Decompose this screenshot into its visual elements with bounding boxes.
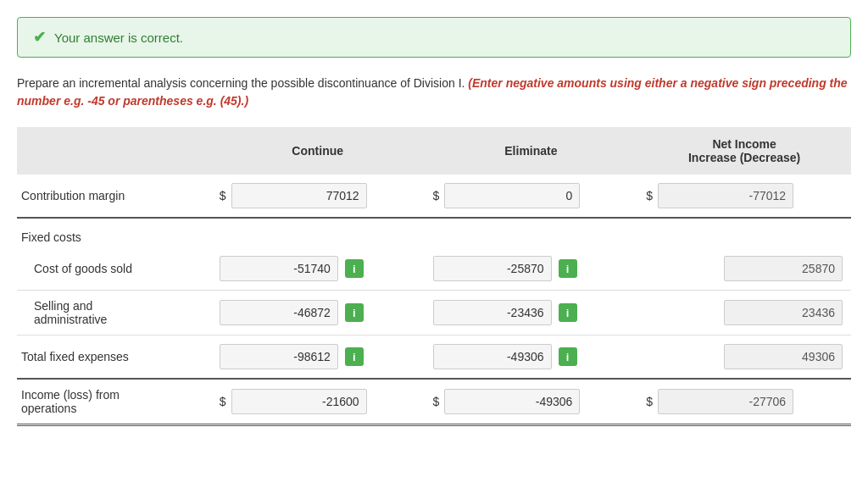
contribution-margin-row: Contribution margin $ $ $ [17,175,851,218]
total-fixed-net-group [646,344,843,369]
header-net-line2: Increase (Decrease) [688,151,800,164]
contribution-continue-input-group: $ [220,183,416,208]
header-col1 [17,127,211,175]
contribution-continue-cell: $ [211,175,425,218]
cost-of-goods-label: Cost of goods sold [17,247,211,291]
cost-goods-eliminate-group: i [433,256,630,281]
total-fixed-continue-info-btn[interactable]: i [345,347,364,366]
header-eliminate: Eliminate [425,127,638,175]
contribution-net-input [658,183,793,208]
cost-goods-eliminate-info-btn[interactable]: i [559,259,577,278]
total-fixed-eliminate-group: i [433,344,630,369]
income-loss-label: Income (loss) from operations [17,379,211,425]
total-fixed-net-input [724,344,843,369]
contribution-margin-label: Contribution margin [17,175,211,218]
instructions: Prepare an incremental analysis concerni… [17,75,851,110]
income-loss-continue-input[interactable] [231,389,367,414]
selling-admin-eliminate-group: i [433,300,630,325]
income-loss-eliminate-cell: $ [425,379,638,425]
income-loss-net-cell: $ [637,379,851,425]
total-fixed-label: Total fixed expenses [17,335,211,380]
fixed-costs-label: Fixed costs [17,218,851,247]
selling-admin-net-cell [637,291,851,335]
fixed-costs-label-row: Fixed costs [17,218,851,247]
dollar-sign-4: $ [220,395,226,408]
selling-admin-continue-cell: i [211,291,425,335]
dollar-sign-5: $ [433,395,440,408]
contribution-continue-input[interactable] [231,183,367,208]
table-container: Continue Eliminate Net Income Increase (… [17,127,851,426]
cost-of-goods-continue-cell: i [211,247,425,291]
total-fixed-eliminate-input[interactable] [433,344,552,369]
banner-text: Your answer is correct. [54,30,183,45]
selling-admin-row: Selling and administrative i i [17,291,851,335]
selling-admin-eliminate-cell: i [425,291,638,335]
cost-of-goods-eliminate-cell: i [425,247,638,291]
cost-goods-continue-input[interactable] [220,256,338,281]
header-net-line1: Net Income [712,137,776,151]
contribution-eliminate-cell: $ [425,175,638,218]
header-continue: Continue [211,127,425,175]
selling-admin-continue-info-btn[interactable]: i [345,303,364,322]
selling-admin-net-group [646,300,843,325]
contribution-eliminate-input[interactable] [444,183,580,208]
selling-admin-eliminate-input[interactable] [433,300,552,325]
cost-goods-continue-group: i [220,256,416,281]
selling-admin-eliminate-info-btn[interactable]: i [559,303,577,322]
analysis-table: Continue Eliminate Net Income Increase (… [17,127,851,426]
header-net-income: Net Income Increase (Decrease) [637,127,851,175]
selling-admin-continue-group: i [220,300,416,325]
income-loss-net-input [658,389,793,414]
selling-admin-continue-input[interactable] [220,300,338,325]
total-fixed-continue-cell: i [211,335,425,380]
correct-banner: ✔ Your answer is correct. [17,17,851,58]
dollar-sign-2: $ [433,189,440,202]
income-loss-continue-cell: $ [211,379,425,425]
cost-of-goods-net-cell [637,247,851,291]
income-loss-eliminate-group: $ [433,389,630,414]
income-loss-continue-group: $ [220,389,416,414]
contribution-net-cell: $ [637,175,851,218]
income-loss-eliminate-input[interactable] [444,389,580,414]
dollar-sign-3: $ [646,189,653,202]
check-icon: ✔ [33,28,46,47]
total-fixed-row: Total fixed expenses i i [17,335,851,380]
total-fixed-net-cell [637,335,851,380]
cost-goods-net-input [724,256,843,281]
contribution-net-input-group: $ [646,183,843,208]
cost-goods-eliminate-input[interactable] [433,256,552,281]
total-fixed-eliminate-info-btn[interactable]: i [559,347,577,366]
selling-admin-net-input [724,300,843,325]
income-loss-row: Income (loss) from operations $ $ [17,379,851,425]
dollar-sign-6: $ [646,395,653,408]
income-loss-net-group: $ [646,389,843,414]
total-fixed-continue-group: i [220,344,416,369]
total-fixed-continue-input[interactable] [220,344,338,369]
total-fixed-eliminate-cell: i [425,335,638,380]
cost-goods-net-group [646,256,843,281]
table-header-row: Continue Eliminate Net Income Increase (… [17,127,851,175]
cost-of-goods-row: Cost of goods sold i i [17,247,851,291]
instructions-main: Prepare an incremental analysis concerni… [17,76,465,90]
contribution-eliminate-input-group: $ [433,183,630,208]
dollar-sign-1: $ [220,189,226,202]
selling-admin-label: Selling and administrative [17,291,211,335]
cost-goods-continue-info-btn[interactable]: i [345,259,364,278]
